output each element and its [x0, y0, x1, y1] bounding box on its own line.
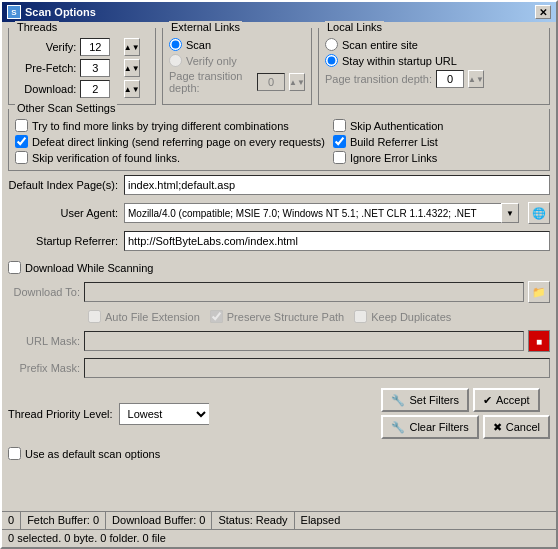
- cancel-button[interactable]: ✖ Cancel: [483, 415, 550, 439]
- download-spin[interactable]: ▲▼: [124, 80, 140, 98]
- verify-spin[interactable]: ▲▼: [124, 38, 140, 56]
- set-filters-icon: 🔧: [391, 394, 405, 407]
- local-radio-group: Scan entire site Stay within startup URL: [325, 38, 543, 67]
- download-buffer-cell: Download Buffer: 0: [106, 512, 212, 529]
- prefetch-input[interactable]: [80, 59, 110, 77]
- download-input[interactable]: [80, 80, 110, 98]
- default-index-input[interactable]: [124, 175, 550, 195]
- cancel-label: Cancel: [506, 421, 540, 433]
- check3-item: Skip verification of found links.: [15, 151, 325, 164]
- ext-verify-item: Verify only: [169, 54, 305, 67]
- prefix-mask-input[interactable]: [84, 358, 550, 378]
- fetch-buffer-cell: Fetch Buffer: 0: [21, 512, 106, 529]
- globe-button[interactable]: 🌐: [528, 202, 550, 224]
- url-mask-input[interactable]: [84, 331, 524, 351]
- keep-dup-check[interactable]: [354, 310, 367, 323]
- default-scan-check[interactable]: [8, 447, 21, 460]
- default-check-row: Use as default scan options: [8, 447, 550, 460]
- local-depth-spin[interactable]: ▲▼: [468, 70, 484, 88]
- set-filters-button[interactable]: 🔧 Set Filters: [381, 388, 469, 412]
- buttons-bottom-row: 🔧 Clear Filters ✖ Cancel: [381, 415, 550, 439]
- title-bar-left: S Scan Options: [7, 5, 96, 19]
- local-stay-item: Stay within startup URL: [325, 54, 543, 67]
- check5-item: Build Referrer List: [333, 135, 444, 148]
- check2-input[interactable]: [15, 135, 28, 148]
- status-bottom-text: 0 selected. 0 byte. 0 folder. 0 file: [2, 530, 172, 547]
- user-agent-input[interactable]: [124, 203, 501, 223]
- clear-filters-label: Clear Filters: [409, 421, 468, 433]
- check-col-right: Skip Authentication Build Referrer List …: [333, 119, 444, 164]
- check3-input[interactable]: [15, 151, 28, 164]
- auto-ext-check[interactable]: [88, 310, 101, 323]
- url-mask-button[interactable]: ■: [528, 330, 550, 352]
- local-links-group: Local Links Scan entire site Stay within…: [318, 28, 550, 105]
- ext-depth-label: Page transition depth:: [169, 70, 253, 94]
- default-scan-label: Use as default scan options: [25, 448, 160, 460]
- cancel-icon: ✖: [493, 421, 502, 434]
- build-referrer-label: Build Referrer List: [350, 136, 438, 148]
- verify-input[interactable]: [80, 38, 110, 56]
- priority-select[interactable]: Lowest Below Normal Normal Above Normal …: [119, 403, 209, 425]
- url-mask-row: URL Mask: ■: [8, 330, 550, 352]
- skip-auth-input[interactable]: [333, 119, 346, 132]
- ext-depth-spin[interactable]: ▲▼: [289, 73, 305, 91]
- user-agent-row: User Agent: ▼ 🌐: [8, 202, 550, 224]
- right-buttons: 🔧 Set Filters ✔ Accept 🔧 Clear Filters ✖: [381, 388, 550, 439]
- bottom-section: Thread Priority Level: Lowest Below Norm…: [8, 388, 550, 439]
- check1-input[interactable]: [15, 119, 28, 132]
- window-title: Scan Options: [25, 6, 96, 18]
- user-agent-label: User Agent:: [8, 207, 118, 219]
- status-text-label: Status:: [218, 514, 252, 526]
- accept-button[interactable]: ✔ Accept: [473, 388, 540, 412]
- folder-button[interactable]: 📁: [528, 281, 550, 303]
- local-stay-radio[interactable]: [325, 54, 338, 67]
- ext-depth-input[interactable]: [257, 73, 285, 91]
- clear-filters-button[interactable]: 🔧 Clear Filters: [381, 415, 478, 439]
- prefetch-spin[interactable]: ▲▼: [124, 59, 140, 77]
- ignore-error-input[interactable]: [333, 151, 346, 164]
- ext-verify-label: Verify only: [186, 55, 237, 67]
- ext-verify-radio[interactable]: [169, 54, 182, 67]
- fetch-buffer-label: Fetch Buffer:: [27, 514, 90, 526]
- keep-dup-item: Keep Duplicates: [354, 310, 451, 323]
- priority-label: Thread Priority Level:: [8, 408, 113, 420]
- priority-combo: Lowest Below Normal Normal Above Normal …: [119, 403, 209, 425]
- startup-referrer-input[interactable]: [124, 231, 550, 251]
- preserve-check[interactable]: [210, 310, 223, 323]
- ext-scan-label: Scan: [186, 39, 211, 51]
- top-section: Threads Verify: ▲▼ Pre-Fetch: ▲▼ Downloa…: [8, 28, 550, 105]
- close-button[interactable]: ✕: [535, 5, 551, 19]
- url-mask-label: URL Mask:: [8, 335, 80, 347]
- threads-grid: Verify: ▲▼ Pre-Fetch: ▲▼ Download: ▲▼: [15, 38, 149, 98]
- check1-item: Try to find more links by trying differe…: [15, 119, 325, 132]
- set-filters-label: Set Filters: [409, 394, 459, 406]
- scan-options-window: S Scan Options ✕ Threads Verify: ▲▼ Pre-…: [0, 0, 558, 549]
- download-buffer-value: 0: [199, 514, 205, 526]
- download-to-input[interactable]: [84, 282, 524, 302]
- auto-checks-row: Auto File Extension Preserve Structure P…: [88, 310, 550, 323]
- clear-filters-icon: 🔧: [391, 421, 405, 434]
- check3-label: Skip verification of found links.: [32, 152, 180, 164]
- user-agent-dropdown[interactable]: ▼: [501, 203, 519, 223]
- download-to-row: Download To: 📁: [8, 281, 550, 303]
- preserve-item: Preserve Structure Path: [210, 310, 344, 323]
- auto-ext-item: Auto File Extension: [88, 310, 200, 323]
- skip-auth-label: Skip Authentication: [350, 120, 444, 132]
- ext-scan-radio[interactable]: [169, 38, 182, 51]
- startup-referrer-row: Startup Referrer:: [8, 231, 550, 251]
- local-depth-input[interactable]: [436, 70, 464, 88]
- download-scanning-check[interactable]: [8, 261, 21, 274]
- user-agent-combo: ▼: [124, 203, 519, 223]
- build-referrer-input[interactable]: [333, 135, 346, 148]
- status-top: 0 Fetch Buffer: 0 Download Buffer: 0 Sta…: [2, 512, 556, 530]
- local-depth-label: Page transition depth:: [325, 73, 432, 85]
- status-col1-value: 0: [8, 514, 14, 526]
- check6-item: Ignore Error Links: [333, 151, 444, 164]
- check2-label: Defeat direct linking (send referring pa…: [32, 136, 325, 148]
- check1-label: Try to find more links by trying differe…: [32, 120, 289, 132]
- local-entire-radio[interactable]: [325, 38, 338, 51]
- status-bottom-value: 0 selected. 0 byte. 0 folder. 0 file: [8, 532, 166, 544]
- status-bottom: 0 selected. 0 byte. 0 folder. 0 file: [2, 530, 556, 547]
- buttons-top-row: 🔧 Set Filters ✔ Accept: [381, 388, 550, 412]
- local-depth-row: Page transition depth: ▲▼: [325, 70, 543, 88]
